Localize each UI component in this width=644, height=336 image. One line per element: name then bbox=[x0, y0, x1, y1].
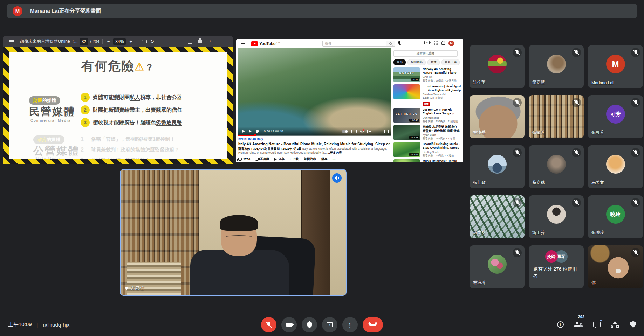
related-video[interactable]: لعبتها بأصنك | بناء مصعدات تهامسار على س… bbox=[393, 84, 461, 106]
leave-call-button[interactable] bbox=[363, 317, 383, 332]
participant-tile[interactable]: 曉玲 張曉玲 bbox=[588, 195, 643, 238]
commercial-media-badge: 財團的媒體 bbox=[29, 96, 60, 105]
screen-share-banner: M Mariana Lai正在分享螢幕畫面 bbox=[7, 4, 637, 18]
clock: 上午10:09 bbox=[8, 321, 32, 328]
miniplayer-icon[interactable] bbox=[367, 130, 372, 133]
video-hashtags[interactable]: #VGKLife 4K Italy bbox=[238, 137, 391, 141]
rotate-icon[interactable]: ↻ bbox=[150, 39, 154, 44]
account-avatar[interactable]: M bbox=[448, 41, 454, 46]
apps-grid-icon[interactable] bbox=[434, 41, 438, 45]
like-button[interactable]: 2756 bbox=[238, 158, 250, 161]
present-screen-button[interactable]: ↑ bbox=[322, 317, 337, 332]
related-video[interactable]: LET HER GO 1:06:49 Let Her Go ♫ Top Hit … bbox=[393, 108, 461, 123]
menu-icon[interactable] bbox=[241, 42, 245, 45]
participant-grid: 許今華 簡嘉慧 M Mariana Lai 林湊岳 張敏秀 可芳 張可芳 bbox=[470, 45, 643, 288]
menu-icon[interactable] bbox=[9, 40, 14, 43]
youtube-logo[interactable]: YouTube TW bbox=[251, 41, 280, 46]
chip-related[interactable]: 相關內容 bbox=[407, 59, 426, 65]
chip-recent[interactable]: 最新上傳 bbox=[441, 59, 460, 65]
chat-notification-dot bbox=[599, 319, 602, 322]
search-icon bbox=[389, 42, 392, 45]
volume-icon[interactable] bbox=[256, 130, 258, 133]
video-thumbnail[interactable]: 3:42:07 bbox=[393, 142, 420, 157]
related-channel: Rainbow Wonderful bbox=[423, 93, 461, 96]
zoom-in-button[interactable]: + bbox=[128, 39, 134, 44]
more-options-icon[interactable]: ⋮ bbox=[208, 39, 212, 44]
chip-all[interactable]: 全部 bbox=[393, 59, 406, 65]
clip-button[interactable]: 剪輯片段 bbox=[304, 157, 316, 161]
fullscreen-icon[interactable] bbox=[384, 130, 389, 133]
autoplay-toggle[interactable] bbox=[342, 130, 348, 133]
create-video-icon[interactable]: + bbox=[424, 41, 430, 44]
related-meta: 1.5萬 人正在觀看 bbox=[423, 96, 461, 100]
participant-tile[interactable]: M Mariana Lai bbox=[588, 45, 643, 88]
mic-muted-icon bbox=[572, 48, 581, 57]
avatar: 炎鈴 bbox=[545, 250, 558, 263]
video-thumbnail[interactable] bbox=[393, 159, 420, 162]
save-button[interactable]: 儲存 bbox=[321, 157, 328, 161]
page-number-input[interactable]: 32 bbox=[80, 38, 88, 45]
progress-bar[interactable] bbox=[238, 135, 391, 136]
participant-tile[interactable]: 張仕政 bbox=[470, 145, 525, 188]
video-thumbnail[interactable]: NORWAY 10:27 bbox=[393, 67, 420, 82]
raise-hand-button[interactable] bbox=[302, 317, 317, 332]
show-chat-replay-button[interactable]: 顯示聊天重播 bbox=[393, 50, 458, 57]
search-input[interactable]: 搜尋 bbox=[322, 41, 386, 47]
host-controls-button[interactable] bbox=[629, 320, 638, 329]
download-icon[interactable]: ↓ bbox=[188, 39, 192, 44]
related-title: 宮崎駿 水晶音樂 放鬆身心 輕音樂~ 適合放鬆 療癒 舒眠 減壓 ... bbox=[423, 125, 461, 133]
participant-tile[interactable]: 林湊岳 bbox=[470, 95, 525, 138]
video-thumbnail[interactable]: 3:42:58 bbox=[393, 125, 420, 140]
participant-tile[interactable]: 游玉芬 bbox=[529, 195, 584, 238]
captions-icon[interactable] bbox=[351, 130, 357, 133]
participant-tile[interactable]: 張敏秀 bbox=[529, 95, 584, 138]
participant-tile[interactable]: 羅文葵 bbox=[470, 195, 525, 238]
youtube-header: YouTube TW 搜尋 + M bbox=[236, 39, 463, 48]
slide-list-item: 2 財團把新聞賣給業主，出賣觀眾的信任 bbox=[81, 105, 182, 114]
related-video[interactable]: NORWAY 10:27 Norway 4K Amazing Nature - … bbox=[393, 67, 461, 83]
related-channel: Our Memories bbox=[423, 116, 461, 119]
activities-button[interactable] bbox=[610, 320, 619, 329]
notifications-icon[interactable] bbox=[441, 41, 445, 45]
duration-badge: 10:27 bbox=[411, 78, 419, 81]
video-thumbnail[interactable]: LET HER GO 1:06:49 bbox=[393, 108, 420, 123]
meeting-details-button[interactable]: i bbox=[556, 320, 565, 329]
voice-search-icon[interactable] bbox=[398, 41, 400, 44]
mic-muted-icon bbox=[265, 321, 273, 329]
overflow-participants-tile[interactable]: 炎鈴 翠琴 還有另外 276 位使用者 bbox=[529, 245, 584, 288]
video-thumbnail[interactable] bbox=[393, 84, 420, 99]
self-video-tile[interactable]: 你 bbox=[588, 245, 643, 288]
chip-live[interactable]: 直播 bbox=[427, 59, 440, 65]
dislike-button[interactable]: 不喜歡 bbox=[255, 157, 269, 161]
participant-tile[interactable]: 許今華 bbox=[470, 45, 525, 88]
chat-button[interactable] bbox=[592, 320, 601, 329]
video-player[interactable]: 0:36 / 1:00:48 bbox=[238, 48, 391, 136]
more-actions-button[interactable]: ⋯ bbox=[333, 158, 336, 161]
share-button[interactable]: 分享 bbox=[274, 157, 285, 161]
fit-page-icon[interactable] bbox=[142, 40, 147, 43]
theater-mode-icon[interactable] bbox=[376, 130, 381, 133]
mic-toggle-button[interactable] bbox=[261, 317, 276, 332]
more-options-button[interactable]: ⋮ bbox=[342, 317, 358, 332]
participant-tile[interactable]: 可芳 張可芳 bbox=[588, 95, 643, 138]
related-video[interactable]: 3:42:58 宮崎駿 水晶音樂 放鬆身心 輕音樂~ 適合放鬆 療癒 舒眠 減壓… bbox=[393, 125, 461, 140]
print-icon[interactable] bbox=[198, 40, 202, 43]
participant-tile[interactable]: 翁嘉穗 bbox=[529, 145, 584, 188]
zoom-out-button[interactable]: − bbox=[105, 39, 112, 44]
settings-icon[interactable] bbox=[360, 130, 364, 133]
page-total: / 234 bbox=[90, 39, 100, 44]
presenter-video-tile[interactable]: 方君竹 bbox=[120, 169, 347, 296]
search-button[interactable] bbox=[386, 41, 395, 47]
related-video[interactable]: Musik Relaksasi : Terapi Otak Suara Alam… bbox=[393, 159, 461, 162]
camera-toggle-button[interactable] bbox=[281, 317, 297, 332]
play-icon[interactable] bbox=[242, 130, 245, 133]
related-video[interactable]: 3:42:07 Beautiful Relaxing Music - Stop … bbox=[393, 142, 461, 158]
participant-tile[interactable]: 馬美文 bbox=[588, 145, 643, 188]
participant-count-badge: 292 bbox=[578, 315, 584, 319]
download-button[interactable]: ↓下載 bbox=[289, 157, 299, 161]
participants-button[interactable]: 292 bbox=[574, 320, 583, 329]
participant-tile[interactable]: 簡嘉慧 bbox=[529, 45, 584, 88]
show-more-link[interactable]: ...更多內容 bbox=[327, 151, 342, 154]
next-icon[interactable] bbox=[249, 130, 252, 133]
participant-tile[interactable]: 林淑玲 bbox=[470, 245, 525, 288]
